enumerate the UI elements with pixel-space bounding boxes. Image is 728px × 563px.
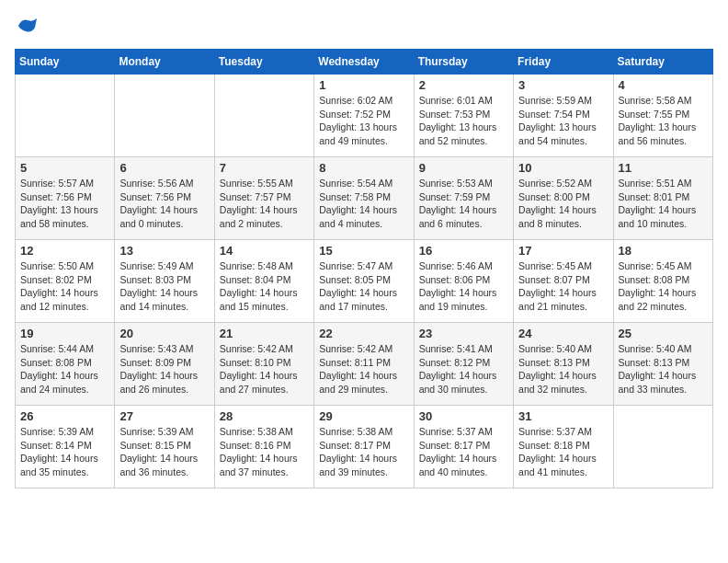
cell-text: Sunrise: 5:58 AM Sunset: 7:55 PM Dayligh… xyxy=(619,94,708,148)
cell-text: Sunrise: 5:37 AM Sunset: 8:17 PM Dayligh… xyxy=(419,425,508,479)
day-number: 1 xyxy=(319,78,408,92)
calendar-cell: 23Sunrise: 5:41 AM Sunset: 8:12 PM Dayli… xyxy=(414,323,513,406)
day-number: 28 xyxy=(220,409,309,423)
calendar-cell: 7Sunrise: 5:55 AM Sunset: 7:57 PM Daylig… xyxy=(214,157,313,240)
day-number: 2 xyxy=(419,78,508,92)
day-number: 7 xyxy=(220,161,309,175)
logo-icon xyxy=(17,15,39,37)
day-number: 6 xyxy=(119,161,209,175)
cell-text: Sunrise: 6:01 AM Sunset: 7:53 PM Dayligh… xyxy=(419,94,508,148)
cell-text: Sunrise: 5:54 AM Sunset: 7:58 PM Dayligh… xyxy=(319,177,408,231)
calendar-body: 1Sunrise: 6:02 AM Sunset: 7:52 PM Daylig… xyxy=(16,75,713,488)
day-number: 31 xyxy=(518,409,608,423)
day-number: 4 xyxy=(619,78,708,92)
cell-text: Sunrise: 5:48 AM Sunset: 8:04 PM Dayligh… xyxy=(220,259,309,314)
day-number: 13 xyxy=(119,244,209,258)
day-number: 17 xyxy=(518,244,608,258)
calendar-cell: 16Sunrise: 5:46 AM Sunset: 8:06 PM Dayli… xyxy=(414,240,513,323)
weekday-header-row: SundayMondayTuesdayWednesdayThursdayFrid… xyxy=(16,50,713,75)
calendar-cell: 10Sunrise: 5:52 AM Sunset: 8:00 PM Dayli… xyxy=(514,157,613,240)
cell-text: Sunrise: 5:39 AM Sunset: 8:14 PM Dayligh… xyxy=(20,425,109,479)
cell-text: Sunrise: 5:39 AM Sunset: 8:15 PM Dayligh… xyxy=(119,425,209,479)
day-number: 5 xyxy=(20,161,109,175)
calendar-cell xyxy=(115,75,214,157)
cell-text: Sunrise: 6:02 AM Sunset: 7:52 PM Dayligh… xyxy=(319,94,408,148)
calendar-cell: 21Sunrise: 5:42 AM Sunset: 8:10 PM Dayli… xyxy=(214,323,313,406)
cell-text: Sunrise: 5:37 AM Sunset: 8:18 PM Dayligh… xyxy=(518,425,608,479)
cell-text: Sunrise: 5:59 AM Sunset: 7:54 PM Dayligh… xyxy=(518,94,608,148)
calendar-cell: 13Sunrise: 5:49 AM Sunset: 8:03 PM Dayli… xyxy=(115,240,214,323)
cell-text: Sunrise: 5:55 AM Sunset: 7:57 PM Dayligh… xyxy=(220,177,309,231)
day-number: 21 xyxy=(220,327,309,340)
calendar-cell xyxy=(214,75,313,157)
day-number: 20 xyxy=(119,327,209,340)
day-number: 22 xyxy=(319,327,408,340)
calendar-cell: 1Sunrise: 6:02 AM Sunset: 7:52 PM Daylig… xyxy=(314,75,414,157)
cell-text: Sunrise: 5:42 AM Sunset: 8:11 PM Dayligh… xyxy=(319,342,408,396)
calendar-cell: 25Sunrise: 5:40 AM Sunset: 8:13 PM Dayli… xyxy=(613,323,712,406)
day-number: 16 xyxy=(419,244,508,258)
day-number: 15 xyxy=(319,244,408,258)
cell-text: Sunrise: 5:40 AM Sunset: 8:13 PM Dayligh… xyxy=(518,342,608,396)
cell-text: Sunrise: 5:56 AM Sunset: 7:56 PM Dayligh… xyxy=(119,177,209,231)
cell-text: Sunrise: 5:38 AM Sunset: 8:17 PM Dayligh… xyxy=(319,425,408,479)
calendar-week-2: 5Sunrise: 5:57 AM Sunset: 7:56 PM Daylig… xyxy=(16,157,713,240)
cell-text: Sunrise: 5:41 AM Sunset: 8:12 PM Dayligh… xyxy=(419,342,508,396)
calendar-table: SundayMondayTuesdayWednesdayThursdayFrid… xyxy=(15,49,713,488)
day-number: 3 xyxy=(518,78,608,92)
weekday-wednesday: Wednesday xyxy=(314,50,414,75)
calendar-cell: 26Sunrise: 5:39 AM Sunset: 8:14 PM Dayli… xyxy=(16,406,115,488)
calendar-cell: 12Sunrise: 5:50 AM Sunset: 8:02 PM Dayli… xyxy=(16,240,115,323)
page-header xyxy=(15,15,713,41)
cell-text: Sunrise: 5:57 AM Sunset: 7:56 PM Dayligh… xyxy=(20,177,109,231)
day-number: 9 xyxy=(419,161,508,175)
calendar-week-3: 12Sunrise: 5:50 AM Sunset: 8:02 PM Dayli… xyxy=(16,240,713,323)
weekday-monday: Monday xyxy=(115,50,214,75)
calendar-cell: 30Sunrise: 5:37 AM Sunset: 8:17 PM Dayli… xyxy=(414,406,513,488)
cell-text: Sunrise: 5:40 AM Sunset: 8:13 PM Dayligh… xyxy=(619,342,708,396)
calendar-week-4: 19Sunrise: 5:44 AM Sunset: 8:08 PM Dayli… xyxy=(16,323,713,406)
calendar-cell: 2Sunrise: 6:01 AM Sunset: 7:53 PM Daylig… xyxy=(414,75,513,157)
calendar-cell: 6Sunrise: 5:56 AM Sunset: 7:56 PM Daylig… xyxy=(115,157,214,240)
calendar-cell: 27Sunrise: 5:39 AM Sunset: 8:15 PM Dayli… xyxy=(115,406,214,488)
cell-text: Sunrise: 5:42 AM Sunset: 8:10 PM Dayligh… xyxy=(220,342,309,396)
day-number: 19 xyxy=(20,327,109,340)
day-number: 12 xyxy=(20,244,109,258)
weekday-thursday: Thursday xyxy=(414,50,513,75)
day-number: 25 xyxy=(619,327,708,340)
calendar-cell: 11Sunrise: 5:51 AM Sunset: 8:01 PM Dayli… xyxy=(613,157,712,240)
cell-text: Sunrise: 5:53 AM Sunset: 7:59 PM Dayligh… xyxy=(419,177,508,231)
cell-text: Sunrise: 5:50 AM Sunset: 8:02 PM Dayligh… xyxy=(20,259,109,314)
cell-text: Sunrise: 5:43 AM Sunset: 8:09 PM Dayligh… xyxy=(119,342,209,396)
cell-text: Sunrise: 5:49 AM Sunset: 8:03 PM Dayligh… xyxy=(119,259,209,314)
day-number: 24 xyxy=(518,327,608,340)
day-number: 11 xyxy=(619,161,708,175)
calendar-cell: 5Sunrise: 5:57 AM Sunset: 7:56 PM Daylig… xyxy=(16,157,115,240)
cell-text: Sunrise: 5:47 AM Sunset: 8:05 PM Dayligh… xyxy=(319,259,408,314)
calendar-cell: 20Sunrise: 5:43 AM Sunset: 8:09 PM Dayli… xyxy=(115,323,214,406)
calendar-cell xyxy=(613,406,712,488)
weekday-sunday: Sunday xyxy=(16,50,115,75)
calendar-cell: 3Sunrise: 5:59 AM Sunset: 7:54 PM Daylig… xyxy=(514,75,613,157)
calendar-week-1: 1Sunrise: 6:02 AM Sunset: 7:52 PM Daylig… xyxy=(16,75,713,157)
cell-text: Sunrise: 5:38 AM Sunset: 8:16 PM Dayligh… xyxy=(220,425,309,479)
cell-text: Sunrise: 5:44 AM Sunset: 8:08 PM Dayligh… xyxy=(20,342,109,396)
calendar-cell: 31Sunrise: 5:37 AM Sunset: 8:18 PM Dayli… xyxy=(514,406,613,488)
calendar-cell: 14Sunrise: 5:48 AM Sunset: 8:04 PM Dayli… xyxy=(214,240,313,323)
calendar-cell: 17Sunrise: 5:45 AM Sunset: 8:07 PM Dayli… xyxy=(514,240,613,323)
logo xyxy=(15,15,39,41)
calendar-cell: 19Sunrise: 5:44 AM Sunset: 8:08 PM Dayli… xyxy=(16,323,115,406)
day-number: 30 xyxy=(419,409,508,423)
calendar-cell: 22Sunrise: 5:42 AM Sunset: 8:11 PM Dayli… xyxy=(314,323,414,406)
calendar-cell: 18Sunrise: 5:45 AM Sunset: 8:08 PM Dayli… xyxy=(613,240,712,323)
calendar-cell: 9Sunrise: 5:53 AM Sunset: 7:59 PM Daylig… xyxy=(414,157,513,240)
calendar-cell: 28Sunrise: 5:38 AM Sunset: 8:16 PM Dayli… xyxy=(214,406,313,488)
day-number: 23 xyxy=(419,327,508,340)
day-number: 26 xyxy=(20,409,109,423)
day-number: 29 xyxy=(319,409,408,423)
cell-text: Sunrise: 5:52 AM Sunset: 8:00 PM Dayligh… xyxy=(518,177,608,231)
day-number: 10 xyxy=(518,161,608,175)
weekday-saturday: Saturday xyxy=(613,50,712,75)
day-number: 27 xyxy=(119,409,209,423)
calendar-cell: 4Sunrise: 5:58 AM Sunset: 7:55 PM Daylig… xyxy=(613,75,712,157)
